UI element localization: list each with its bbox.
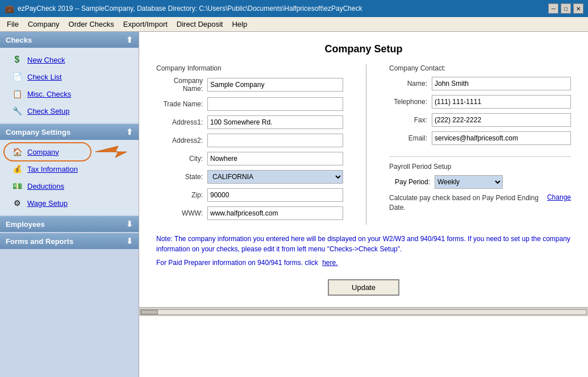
forms-section-header[interactable]: Forms and Reports ⬇ (0, 233, 139, 249)
forms-section-label: Forms and Reports (6, 237, 73, 246)
fax-label: Fax: (389, 116, 432, 124)
checks-section-content: $ New Check 📄 Check List 📋 Misc. Checks … (0, 48, 139, 123)
tax-icon: 💰 (11, 163, 23, 175)
deductions-link[interactable]: Deductions (27, 182, 64, 190)
sidebar-item-deductions[interactable]: 💵 Deductions (0, 177, 139, 194)
email-label: Email: (389, 134, 432, 142)
contact-name-row: Name: (389, 77, 571, 90)
menu-export-import[interactable]: Export/Import (119, 19, 172, 30)
employees-section-label: Employees (6, 220, 45, 229)
new-check-link[interactable]: New Check (27, 56, 65, 64)
deductions-icon: 💵 (11, 180, 23, 192)
menu-direct-deposit[interactable]: Direct Deposit (172, 19, 228, 30)
address2-label: Address2: (156, 136, 207, 144)
form-right: Company Contact: Name: Telephone: Fax: (389, 64, 571, 225)
menu-company[interactable]: Company (23, 19, 64, 30)
sidebar-item-company[interactable]: 🏠 Company (0, 143, 139, 160)
company-name-row: Company Name: (156, 77, 343, 93)
home-icon: 🏠 (11, 146, 23, 158)
arrow-indicator (95, 143, 130, 160)
tax-information-link[interactable]: Tax Information (27, 165, 78, 173)
company-info-label: Company Information (156, 64, 343, 72)
here-link[interactable]: here. (322, 259, 337, 267)
company-collapse-icon: ⬆ (126, 127, 133, 136)
address1-input[interactable] (207, 115, 343, 129)
contact-name-input[interactable] (432, 77, 571, 90)
zip-row: Zip: (156, 188, 343, 202)
telephone-row: Telephone: (389, 95, 571, 109)
zip-label: Zip: (156, 191, 207, 199)
company-settings-content: 🏠 Company 💰 Tax Information 💵 Deductions (0, 140, 139, 215)
pay-period-row: Pay Period: Weekly Bi-Weekly Semi-Monthl… (389, 175, 571, 189)
sidebar-item-check-list[interactable]: 📄 Check List (0, 68, 139, 85)
restore-button[interactable]: □ (561, 3, 571, 14)
company-name-label: Company Name: (156, 77, 207, 93)
checks-section-header[interactable]: Checks ⬆ (0, 32, 139, 48)
dollar-icon: $ (11, 54, 23, 65)
contact-name-label: Name: (389, 80, 432, 88)
check-setup-link[interactable]: Check Setup (27, 107, 69, 115)
pay-period-label: Pay Period: (389, 178, 435, 186)
trade-name-input[interactable] (207, 97, 343, 111)
form-title: Company Setup (156, 43, 571, 55)
close-button[interactable]: ✕ (573, 3, 583, 14)
note-section: Note: The company information you entere… (156, 234, 571, 268)
sidebar-item-check-setup[interactable]: 🔧 Check Setup (0, 102, 139, 119)
pay-period-select[interactable]: Weekly Bi-Weekly Semi-Monthly Monthly (435, 175, 503, 189)
sidebar-item-new-check[interactable]: $ New Check (0, 51, 139, 68)
misc-checks-link[interactable]: Misc. Checks (27, 90, 71, 98)
fax-row: Fax: (389, 113, 571, 127)
state-label: State: (156, 173, 207, 181)
calculate-text: Calculate pay check based on Pay Period … (389, 193, 541, 213)
update-button[interactable]: Update (328, 279, 399, 296)
zip-input[interactable] (207, 188, 343, 202)
fax-input[interactable] (432, 113, 571, 127)
wage-setup-link[interactable]: Wage Setup (27, 199, 68, 208)
menu-file[interactable]: File (2, 19, 23, 30)
employees-collapse-icon: ⬇ (126, 219, 133, 229)
company-name-input[interactable] (207, 78, 343, 92)
address1-label: Address1: (156, 118, 207, 126)
address1-row: Address1: (156, 115, 343, 129)
minimize-button[interactable]: ─ (548, 3, 558, 14)
city-input[interactable] (207, 152, 343, 165)
company-settings-header[interactable]: Company Settings ⬆ (0, 124, 139, 140)
change-link[interactable]: Change (547, 193, 571, 201)
city-label: City: (156, 155, 207, 163)
payroll-section-label: Payroll Period Setup (389, 163, 571, 171)
state-select[interactable]: CALIFORNIA ALABAMA ALASKA ARIZONA ARKANS… (207, 170, 343, 184)
company-settings-section: Company Settings ⬆ 🏠 Company 💰 Tax Infor… (0, 124, 139, 215)
note-text2: For Paid Preparer information on 940/941… (156, 259, 318, 267)
sidebar-item-tax-information[interactable]: 💰 Tax Information (0, 160, 139, 177)
note-text1: Note: The company information you entere… (156, 234, 571, 254)
scroll-track[interactable] (140, 309, 587, 315)
employees-section-header[interactable]: Employees ⬇ (0, 216, 139, 232)
title-bar-controls: ─ □ ✕ (548, 3, 583, 14)
menu-order-checks[interactable]: Order Checks (64, 19, 119, 30)
email-input[interactable] (432, 131, 571, 145)
sidebar-item-wage-setup[interactable]: ⚙ Wage Setup (0, 194, 139, 212)
scroll-thumb[interactable] (141, 310, 158, 314)
telephone-input[interactable] (432, 95, 571, 109)
bottom-scrollbar (139, 307, 588, 316)
sidebar-item-misc-checks[interactable]: 📋 Misc. Checks (0, 85, 139, 102)
www-input[interactable] (207, 206, 343, 220)
address2-input[interactable] (207, 134, 343, 147)
payroll-section: Payroll Period Setup Pay Period: Weekly … (389, 156, 571, 213)
email-row: Email: (389, 131, 571, 145)
form-left: Company Information Company Name: Trade … (156, 64, 343, 225)
form-container: Company Setup Company Information Compan… (139, 32, 588, 307)
www-label: WWW: (156, 209, 207, 217)
title-bar-left: 💼 ezPayCheck 2019 -- SampleCompany, Data… (5, 4, 362, 13)
address2-row: Address2: (156, 134, 343, 147)
menu-bar: File Company Order Checks Export/Import … (0, 17, 588, 32)
main-layout: Checks ⬆ $ New Check 📄 Check List 📋 Misc… (0, 32, 588, 377)
menu-help[interactable]: Help (227, 19, 252, 30)
forms-collapse-icon: ⬇ (126, 237, 133, 246)
checks-section-label: Checks (6, 36, 32, 44)
checks-section: Checks ⬆ $ New Check 📄 Check List 📋 Misc… (0, 32, 139, 123)
company-link[interactable]: Company (27, 148, 59, 156)
check-list-link[interactable]: Check List (27, 73, 62, 81)
checks-collapse-icon: ⬆ (126, 35, 133, 44)
update-section: Update (156, 279, 571, 296)
